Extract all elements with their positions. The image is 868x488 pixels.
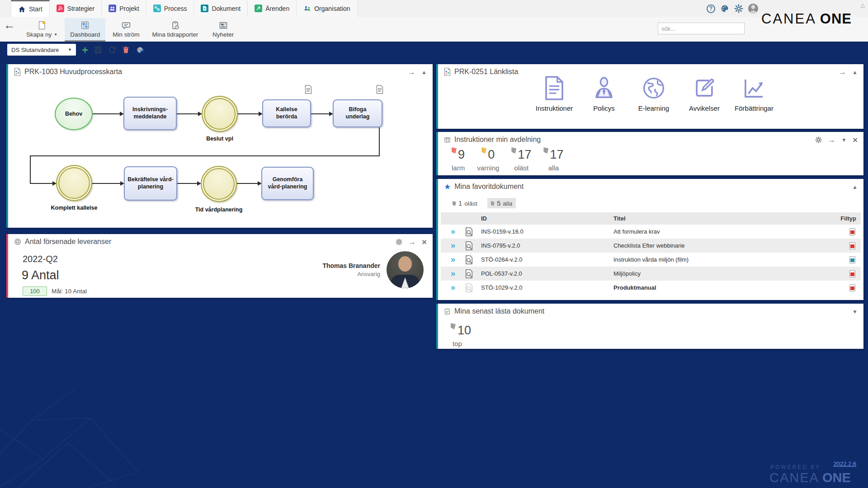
- table-row[interactable]: STÖ-1029-v.2.0 Produktmanual: [441, 281, 861, 295]
- widget-settings-icon[interactable]: [396, 239, 402, 245]
- tab-strategier[interactable]: Strategier: [50, 0, 102, 17]
- link-policys[interactable]: Policys: [577, 76, 631, 112]
- process-start-event[interactable]: Behov: [55, 98, 93, 130]
- process-map-widget: PRK-1003 Huvudprocesskarta Behov Inskriv…: [6, 64, 433, 228]
- process-task[interactable]: Bekräftelse vård-planering: [124, 166, 177, 201]
- my-stream-button[interactable]: Min ström: [107, 18, 145, 42]
- chevron-down-icon: ▼: [54, 33, 57, 37]
- settings-gear-icon[interactable]: [734, 4, 743, 13]
- preview-document-icon[interactable]: [465, 283, 473, 292]
- chevron-right-icon[interactable]: [451, 269, 455, 278]
- attached-document-icon[interactable]: [305, 85, 312, 94]
- open-widget-icon[interactable]: [828, 136, 835, 144]
- time-reports-button[interactable]: Mina tidrapporter: [147, 18, 204, 42]
- customize-dashboard-icon[interactable]: [136, 46, 145, 54]
- tab-dokument[interactable]: Dokument: [194, 0, 248, 17]
- owner-avatar[interactable]: [387, 251, 424, 288]
- flag-icon: [452, 147, 457, 154]
- chevron-right-icon[interactable]: [451, 241, 455, 250]
- tab-start[interactable]: Start: [11, 0, 50, 17]
- edit-icon: [692, 76, 717, 100]
- link-instruktioner[interactable]: Instruktioner: [527, 76, 581, 112]
- pdf-file-icon[interactable]: [849, 228, 855, 235]
- process-task[interactable]: Inskrivnings-meddelande: [123, 97, 177, 130]
- process-intermediate-event[interactable]: [201, 166, 237, 202]
- collapse-widget-icon[interactable]: [421, 68, 427, 75]
- preview-document-icon[interactable]: [465, 227, 473, 236]
- news-button[interactable]: Nyheter: [206, 18, 241, 42]
- add-dashboard-button[interactable]: [82, 46, 88, 54]
- filter-unread[interactable]: 1 oläst: [449, 198, 481, 208]
- dashboard-selector-value: DS Slutanvändare: [11, 47, 59, 53]
- create-new-button[interactable]: Skapa ny▼: [21, 18, 63, 42]
- pdf-file-icon[interactable]: [849, 270, 855, 277]
- link-elearning[interactable]: E-learning: [627, 76, 681, 112]
- collapse-widget-icon[interactable]: [852, 68, 858, 75]
- stat-olast[interactable]: 17 oläst: [511, 148, 531, 172]
- theme-palette-icon[interactable]: [720, 4, 729, 13]
- pdf-file-icon[interactable]: [849, 242, 855, 249]
- open-widget-icon[interactable]: [839, 68, 846, 76]
- filter-all[interactable]: 5 alla: [487, 198, 516, 208]
- create-new-label: Skapa ny: [26, 31, 52, 38]
- widget-title: Antal försenade leveranser: [25, 238, 111, 246]
- open-widget-icon[interactable]: [408, 68, 415, 76]
- preview-document-icon[interactable]: [465, 241, 473, 250]
- link-avvikelser[interactable]: Avvikelser: [677, 76, 731, 112]
- owner-name: Thomas Branander: [322, 262, 380, 269]
- chevron-right-icon[interactable]: [451, 255, 455, 264]
- attached-document-icon[interactable]: [376, 85, 383, 94]
- open-widget-icon[interactable]: [408, 238, 416, 246]
- chevron-right-icon[interactable]: [451, 227, 455, 236]
- stat-varning[interactable]: 0 varning: [477, 148, 499, 172]
- widget-settings-icon[interactable]: [815, 136, 822, 143]
- user-avatar[interactable]: [748, 4, 758, 14]
- refresh-dashboard-icon[interactable]: [108, 46, 116, 54]
- table-row[interactable]: STÖ-0264-v.2.0 Instruktion vårda miljön …: [441, 253, 861, 267]
- scroll-top-icon[interactable]: [861, 2, 865, 8]
- process-task[interactable]: Kallelse berörda: [262, 99, 311, 127]
- table-grid-icon: [444, 136, 451, 143]
- save-dashboard-icon[interactable]: [94, 46, 102, 54]
- link-forbattringar[interactable]: Förbättringar: [727, 76, 781, 112]
- preview-document-icon[interactable]: [465, 269, 473, 278]
- preview-document-icon[interactable]: [465, 255, 473, 264]
- tab-process[interactable]: Process: [146, 0, 194, 17]
- flag-icon: [451, 323, 456, 329]
- dashboard-grid-icon: [80, 21, 90, 30]
- globe-icon: [642, 76, 666, 100]
- chevron-right-icon[interactable]: [451, 283, 455, 292]
- delete-dashboard-icon[interactable]: [122, 46, 130, 54]
- people-icon: [108, 5, 116, 12]
- process-intermediate-event[interactable]: [202, 96, 238, 132]
- process-task[interactable]: Bifoga underlag: [333, 99, 382, 127]
- help-icon[interactable]: [707, 5, 715, 13]
- expand-widget-icon[interactable]: [852, 308, 858, 315]
- table-row[interactable]: INS-0795-v.2.0 Checklista Efter webbinar…: [441, 239, 861, 253]
- tab-arenden[interactable]: Ärenden: [248, 0, 297, 17]
- process-task[interactable]: Genomföra vård-planering: [261, 167, 314, 200]
- table-header: ID Titel Filtyp: [441, 212, 861, 225]
- pdf-file-icon[interactable]: [849, 284, 855, 291]
- stat-larm[interactable]: 9 larm: [452, 148, 465, 172]
- process-intermediate-event[interactable]: [56, 165, 92, 201]
- search-input[interactable]: [661, 25, 741, 32]
- stat-label: top: [453, 340, 462, 347]
- table-row[interactable]: INS-0159-v.16.0 Att formulera krav: [441, 225, 861, 239]
- event-label: Tid vårdplanering: [195, 206, 243, 213]
- close-widget-icon[interactable]: [853, 136, 858, 144]
- collapse-widget-icon[interactable]: [852, 183, 858, 190]
- dashboard-selector[interactable]: DS Slutanvändare ▼: [7, 44, 76, 56]
- video-file-icon[interactable]: [849, 256, 855, 263]
- stat-alla[interactable]: 17 alla: [543, 148, 563, 172]
- version-link[interactable]: 2022.2.6: [833, 460, 856, 467]
- tab-projekt[interactable]: Projekt: [102, 0, 146, 17]
- table-row[interactable]: POL-0537-v.2.0 Miljöpolicy: [441, 267, 861, 281]
- tab-organisation[interactable]: Organisation: [297, 0, 357, 17]
- close-widget-icon[interactable]: [422, 238, 427, 246]
- widget-header: PRK-1003 Huvudprocesskarta: [8, 64, 433, 80]
- stat-top-documents[interactable]: 10: [451, 324, 471, 338]
- dashboard-button[interactable]: Dashboard: [65, 18, 105, 42]
- expand-widget-icon[interactable]: [841, 136, 847, 143]
- back-arrow-button[interactable]: [4, 19, 15, 31]
